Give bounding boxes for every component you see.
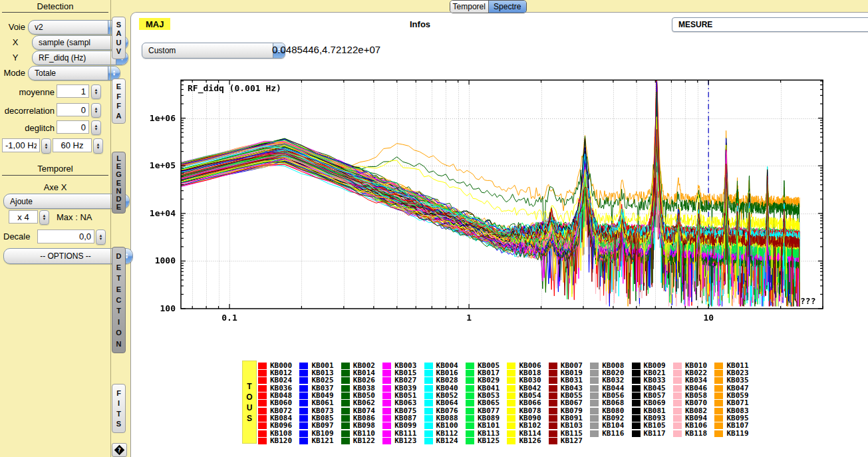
- channel-color-swatch: [341, 385, 350, 392]
- channel-color-swatch: [299, 363, 308, 369]
- channel-color-swatch: [549, 377, 557, 384]
- channel-color-swatch: [632, 408, 641, 414]
- channel-color-swatch: [299, 377, 308, 384]
- legend-channel-KB118[interactable]: KB118: [673, 430, 707, 437]
- voie-select[interactable]: v2 ▲▼: [28, 20, 120, 35]
- deglitch-field[interactable]: [57, 120, 89, 134]
- channel-label: KB000: [270, 363, 292, 369]
- channel-color-swatch: [590, 377, 599, 384]
- channel-color-swatch: [258, 370, 267, 377]
- channel-label: KB126: [519, 438, 541, 444]
- legend-channel-KB117[interactable]: KB117: [632, 430, 666, 437]
- decorrelation-field[interactable]: [57, 103, 89, 116]
- mesure-select[interactable]: MESURE ▲▼: [672, 17, 868, 32]
- deglitch-stepper[interactable]: ▲▼: [91, 120, 101, 135]
- channel-label: KB124: [436, 438, 458, 444]
- channel-color-swatch: [590, 363, 599, 369]
- channel-label: KB096: [270, 422, 292, 429]
- legend-channel-KB121[interactable]: KB121: [299, 438, 333, 445]
- legend-channel-KB124[interactable]: KB124: [424, 438, 458, 445]
- channel-color-swatch: [341, 422, 350, 429]
- freq-high-stepper[interactable]: ▲▼: [93, 138, 103, 154]
- channel-color-swatch: [299, 408, 308, 414]
- tab-temporel[interactable]: Temporel: [450, 1, 488, 13]
- custom-select[interactable]: Custom ▲▼: [142, 43, 285, 59]
- y-axis-label: Y: [5, 53, 25, 63]
- divider: [2, 12, 108, 13]
- channel-color-swatch: [549, 422, 557, 429]
- decale-field[interactable]: [37, 229, 94, 243]
- vtab-sauv[interactable]: SAUV: [112, 17, 126, 59]
- channel-color-swatch: [424, 370, 433, 377]
- mult-stepper[interactable]: ▲▼: [39, 210, 49, 225]
- channel-color-swatch: [590, 422, 599, 429]
- help-button[interactable]: ?: [112, 443, 127, 457]
- divider: [2, 175, 108, 176]
- channel-color-swatch: [714, 385, 723, 392]
- channel-color-swatch: [424, 400, 433, 406]
- channel-color-swatch: [466, 430, 474, 437]
- channel-color-swatch: [590, 400, 599, 406]
- legend-channel-KB119[interactable]: KB119: [714, 430, 748, 437]
- channel-color-swatch: [507, 415, 515, 422]
- legend-channel-KB127[interactable]: KB127: [549, 438, 583, 445]
- legend-channel-KB120[interactable]: KB120: [258, 438, 292, 445]
- channel-color-swatch: [549, 415, 557, 422]
- y-source-select-value: RF_didq (Hz): [39, 53, 86, 63]
- decorrelation-stepper[interactable]: ▲▼: [91, 103, 101, 118]
- channel-color-swatch: [341, 392, 350, 399]
- cursor-coordinates: 0.0485446,4.72122e+07: [272, 44, 380, 55]
- channel-label: KB029: [478, 377, 500, 384]
- legend-channel-KB123[interactable]: KB123: [382, 438, 416, 445]
- channel-color-swatch: [299, 370, 308, 377]
- vtab-fits[interactable]: FITS: [112, 384, 126, 433]
- mode-select[interactable]: Totale ▲▼: [28, 66, 120, 80]
- vtab-effa[interactable]: EFFA: [112, 78, 126, 124]
- channel-color-swatch: [382, 430, 391, 437]
- legend-channel-KB125[interactable]: KB125: [466, 438, 500, 445]
- vtab-detection[interactable]: DETECTION: [112, 247, 126, 353]
- voie-select-value: v2: [35, 23, 43, 32]
- channel-color-swatch: [673, 392, 682, 399]
- channel-label: KB123: [394, 438, 416, 444]
- channel-color-swatch: [382, 363, 391, 369]
- moyenne-label: moyenne: [0, 87, 55, 97]
- channel-color-swatch: [714, 377, 723, 384]
- freq-low-stepper[interactable]: ▲▼: [41, 138, 51, 154]
- channel-color-swatch: [632, 400, 641, 406]
- legend-channel-KB122[interactable]: KB122: [341, 438, 375, 445]
- maj-button[interactable]: MAJ: [139, 18, 170, 30]
- channel-color-swatch: [424, 438, 433, 444]
- mult-field[interactable]: [9, 210, 38, 224]
- channel-color-swatch: [258, 415, 267, 422]
- view-tabs: TemporelSpectre: [450, 0, 527, 13]
- legend-channel-KB126[interactable]: KB126: [507, 438, 541, 445]
- legend-tous-button[interactable]: TOUS: [242, 361, 257, 444]
- help-diamond-icon: ?: [114, 445, 125, 456]
- channel-color-swatch: [382, 408, 391, 414]
- channel-label: KB102: [519, 422, 541, 429]
- freq-low-field[interactable]: [2, 138, 40, 152]
- vtab-legende[interactable]: LEGENDE: [112, 152, 126, 214]
- channel-label: KB028: [436, 377, 458, 384]
- channel-color-swatch: [714, 363, 723, 369]
- channel-color-swatch: [549, 430, 557, 437]
- channel-color-swatch: [258, 385, 267, 392]
- moyenne-field[interactable]: [57, 84, 89, 98]
- channel-color-swatch: [507, 438, 515, 444]
- channel-color-swatch: [507, 400, 515, 406]
- freq-high-field[interactable]: [53, 138, 92, 152]
- channel-color-swatch: [507, 408, 515, 414]
- decale-stepper[interactable]: ▲▼: [96, 229, 106, 245]
- channel-color-swatch: [466, 363, 474, 369]
- channel-color-swatch: [341, 408, 350, 414]
- channel-color-swatch: [341, 430, 350, 437]
- channel-label: KB003: [394, 363, 416, 369]
- channel-color-swatch: [714, 422, 723, 429]
- tab-spectre[interactable]: Spectre: [488, 1, 527, 13]
- spectrum-plot[interactable]: [133, 63, 868, 329]
- channel-color-swatch: [590, 370, 599, 377]
- moyenne-stepper[interactable]: ▲▼: [91, 84, 101, 99]
- channel-label: KB120: [270, 438, 292, 444]
- legend-channel-KB116[interactable]: KB116: [590, 430, 624, 437]
